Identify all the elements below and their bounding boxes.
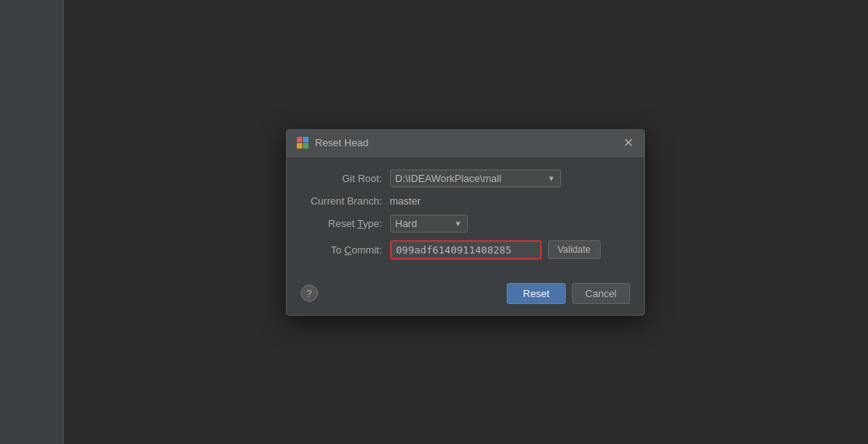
validate-button[interactable]: Validate xyxy=(548,240,601,259)
current-branch-label: Current Branch: xyxy=(301,195,390,207)
dialog-titlebar: Reset Head ✕ xyxy=(287,130,644,157)
reset-type-arrow-icon: ▼ xyxy=(455,219,462,228)
git-root-row: Git Root: D:\IDEAWorkPlace\mall ▼ xyxy=(301,170,630,187)
current-branch-row: Current Branch: master xyxy=(301,195,630,207)
dialog-footer: ? Reset Cancel xyxy=(287,278,644,315)
reset-button[interactable]: Reset xyxy=(507,283,566,304)
sidebar xyxy=(0,0,64,444)
reset-type-label: Reset Type: xyxy=(301,218,390,229)
to-commit-label: To Commit: xyxy=(301,244,390,256)
git-root-arrow-icon: ▼ xyxy=(548,174,556,183)
dialog-title-left: Reset Head xyxy=(296,136,369,150)
git-root-dropdown[interactable]: D:\IDEAWorkPlace\mall ▼ xyxy=(390,170,561,187)
to-commit-row: To Commit: Validate xyxy=(301,240,630,260)
dialog-title: Reset Head xyxy=(315,137,369,149)
help-button[interactable]: ? xyxy=(301,285,318,302)
cancel-button[interactable]: Cancel xyxy=(572,283,629,304)
dialog-body: Git Root: D:\IDEAWorkPlace\mall ▼ Curren… xyxy=(287,157,644,278)
commit-input[interactable] xyxy=(390,240,542,260)
git-root-value: D:\IDEAWorkPlace\mall xyxy=(396,173,502,184)
footer-buttons: Reset Cancel xyxy=(507,283,629,304)
close-button[interactable]: ✕ xyxy=(622,137,635,149)
reset-type-row: Reset Type: Hard ▼ xyxy=(301,215,630,232)
reset-head-dialog: Reset Head ✕ Git Root: D:\IDEAWorkPlace\… xyxy=(286,129,645,316)
reset-type-dropdown[interactable]: Hard ▼ xyxy=(390,215,468,232)
reset-type-value: Hard xyxy=(396,218,417,229)
git-root-label: Git Root: xyxy=(301,173,390,184)
commit-input-wrapper xyxy=(390,240,542,260)
git-icon xyxy=(296,136,310,150)
current-branch-value: master xyxy=(390,195,421,207)
